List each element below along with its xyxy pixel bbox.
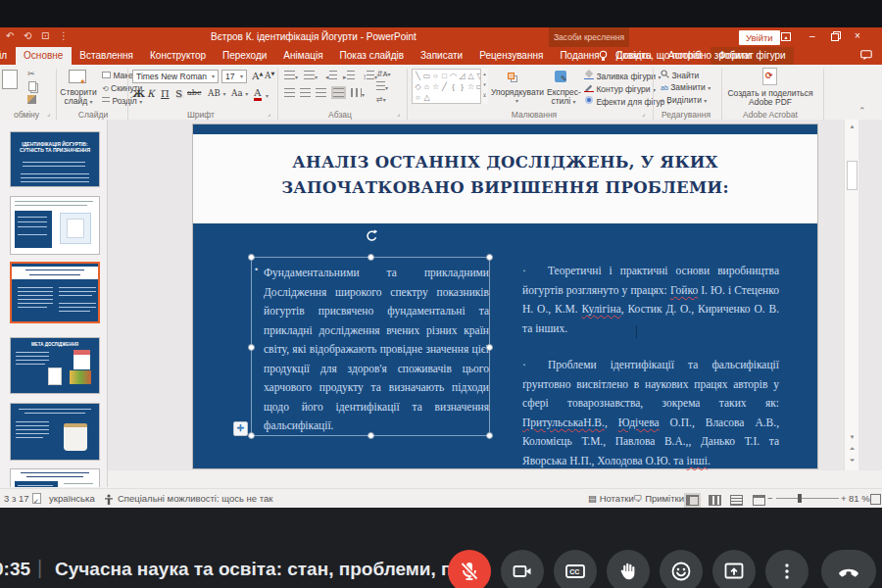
sign-in-button[interactable]: Увійти	[739, 30, 780, 45]
tab-конструктор[interactable]: Конструктор	[142, 47, 215, 65]
copy-icon[interactable]	[28, 81, 36, 91]
redo-icon[interactable]: ⟲	[24, 30, 31, 41]
selected-text-box[interactable]: • Фундаментальними та прикладними Дослід…	[251, 257, 490, 436]
scroll-up-icon[interactable]: ▴	[846, 122, 858, 130]
text-shadow-button[interactable]: S	[175, 88, 182, 99]
tab-файл[interactable]: Файл	[0, 47, 16, 65]
zoom-out-button[interactable]: −	[767, 493, 773, 504]
resize-handle-se[interactable]	[486, 432, 493, 439]
resize-handle-s[interactable]	[368, 432, 374, 439]
shape-gallery[interactable]: ╲▭○□◠◿△▽◇⌂☆╱{}☆▭○△	[412, 69, 488, 104]
bullets-button[interactable]: ▾	[284, 71, 298, 81]
zoom-slider-thumb[interactable]	[798, 494, 802, 503]
undo-icon[interactable]: ↶	[6, 30, 14, 41]
slide-thumbnail-1[interactable]: ІДЕНТИФІКАЦІЯ ЙОГУРТІВ: СУТНІСТЬ ТА ПРИЗ…	[10, 131, 100, 187]
italic-button[interactable]: К	[147, 88, 155, 99]
resize-handle-ne[interactable]	[486, 254, 493, 261]
slide-thumbnail-4[interactable]: МЕТА ДОСЛІДЖЕННЯ	[10, 337, 100, 394]
format-painter-icon[interactable]	[27, 95, 36, 104]
align-right-button[interactable]	[316, 88, 326, 99]
shrink-font-button[interactable]: А▼	[265, 71, 274, 80]
slide-sorter-view-button[interactable]	[709, 495, 721, 506]
previous-slide-icon[interactable]: ⏶	[846, 445, 858, 453]
slide-thumbnail-panel[interactable]: ІДЕНТИФІКАЦІЯ ЙОГУРТІВ: СУТНІСТЬ ТА ПРИЗ…	[0, 120, 108, 487]
resize-handle-n[interactable]	[368, 254, 374, 261]
left-column-text[interactable]: Фундаментальними та прикладними Дослідже…	[264, 264, 489, 436]
strikethrough-button[interactable]: abc	[187, 88, 201, 97]
line-spacing-button[interactable]: ↕▾	[363, 71, 377, 81]
slide-thumbnail-6[interactable]	[10, 468, 100, 487]
restore-icon[interactable]	[831, 33, 839, 41]
slide-title-placeholder[interactable]: АНАЛІЗ ОСТАННІХ ДОСЛІДЖЕНЬ, У ЯКИХ ЗАПОЧ…	[193, 134, 817, 223]
align-text-button[interactable]: ▾	[376, 81, 388, 92]
underline-button[interactable]: П	[161, 88, 170, 99]
tab-показ-слайдів[interactable]: Показ слайдів	[331, 47, 413, 65]
notes-toggle[interactable]: ▤ Нотатки	[588, 493, 634, 504]
change-case-button[interactable]: Аа ▾	[231, 88, 248, 98]
select-button[interactable]: ⌖ Виділити ▾	[661, 95, 707, 105]
bold-button[interactable]: Ж	[132, 88, 145, 99]
align-center-button[interactable]	[300, 88, 311, 99]
font-dialog-launcher[interactable]: ⌟	[268, 110, 270, 118]
slideshow-view-button[interactable]	[753, 495, 765, 506]
increase-indent-button[interactable]: ▸	[343, 71, 355, 81]
font-color-button[interactable]: А	[254, 87, 262, 101]
slide-thumbnail-2[interactable]	[10, 196, 100, 255]
end-call-button[interactable]	[821, 550, 876, 588]
raise-hand-button[interactable]	[607, 550, 650, 588]
font-size-combo[interactable]: 17 ▾	[221, 70, 247, 83]
resize-handle-nw[interactable]	[248, 254, 255, 261]
resize-handle-w[interactable]	[248, 344, 255, 351]
rotate-handle[interactable]	[366, 229, 378, 242]
more-options-button[interactable]	[765, 550, 808, 588]
zoom-slider[interactable]	[776, 498, 839, 499]
shape-gallery-scrollbar[interactable]: ▴▾⊻	[480, 69, 488, 104]
autofit-options-button[interactable]: ✛	[233, 421, 248, 436]
clipboard-dialog-launcher[interactable]: ⌟	[47, 110, 50, 118]
collapse-ribbon-icon[interactable]: ⌃	[858, 106, 866, 116]
paragraph-dialog-launcher[interactable]: ⌟	[397, 110, 400, 118]
captions-button[interactable]: CC	[554, 550, 597, 588]
tab-основне[interactable]: Основне	[16, 47, 72, 65]
text-direction-button[interactable]: ⇵А▾	[376, 69, 390, 78]
shape-effects-button[interactable]: Ефекти для фігур ▾	[584, 95, 670, 107]
columns-button[interactable]: ▾	[351, 88, 365, 99]
scrollbar-thumb[interactable]	[847, 161, 858, 190]
tell-me-search[interactable]: Скажіть, що потрібно зробити	[615, 47, 751, 65]
resize-handle-sw[interactable]	[248, 432, 255, 439]
normal-view-button[interactable]	[686, 495, 699, 506]
convert-smartart-button[interactable]: ⇄▾	[376, 94, 386, 104]
next-slide-icon[interactable]: ⏷	[846, 457, 858, 465]
replace-button[interactable]: ab Замінити ▾	[661, 82, 710, 92]
language-status[interactable]: українська	[49, 493, 95, 504]
present-screen-button[interactable]	[712, 550, 756, 588]
accessibility-status[interactable]: Спеціальні можливості: щось не так	[118, 493, 272, 504]
spellcheck-icon[interactable]: ✓	[32, 493, 47, 506]
align-left-button[interactable]	[284, 88, 295, 99]
zoom-level[interactable]: 81 %	[849, 493, 870, 504]
start-slideshow-icon[interactable]: ⊡	[41, 30, 49, 41]
mic-off-button[interactable]	[448, 550, 491, 588]
right-column-text[interactable]: ·Теоретичні і практичні основи виробницт…	[522, 262, 779, 470]
font-name-combo[interactable]: Times New Roman ▾	[132, 70, 219, 83]
tab-рецензування[interactable]: Рецензування	[471, 47, 552, 65]
resize-handle-e[interactable]	[486, 344, 493, 351]
reactions-button[interactable]	[660, 550, 703, 588]
decrease-indent-button[interactable]: ◂	[325, 71, 337, 81]
reading-view-button[interactable]	[730, 495, 743, 506]
cut-icon[interactable]: ✂	[27, 69, 35, 78]
tab-вставлення[interactable]: Вставлення	[72, 47, 142, 65]
share-comment-icon[interactable]	[860, 50, 872, 61]
slide-thumbnail-3[interactable]	[10, 262, 100, 323]
comments-toggle[interactable]: 🗨 Примітки	[633, 493, 684, 504]
current-slide[interactable]: АНАЛІЗ ОСТАННІХ ДОСЛІДЖЕНЬ, У ЯКИХ ЗАПОЧ…	[193, 124, 817, 468]
numbering-button[interactable]: ▾	[304, 71, 318, 81]
font-color-dropdown[interactable]: ▾	[266, 92, 269, 99]
scroll-down-icon[interactable]: ▾	[846, 433, 858, 441]
minimize-icon[interactable]: –	[809, 30, 815, 41]
drawing-dialog-launcher[interactable]: ⌟	[642, 110, 645, 118]
close-icon[interactable]: ×	[855, 30, 860, 41]
camera-button[interactable]	[501, 550, 544, 588]
find-button[interactable]: Знайти	[661, 70, 699, 80]
slide-thumbnail-5[interactable]	[10, 403, 100, 461]
